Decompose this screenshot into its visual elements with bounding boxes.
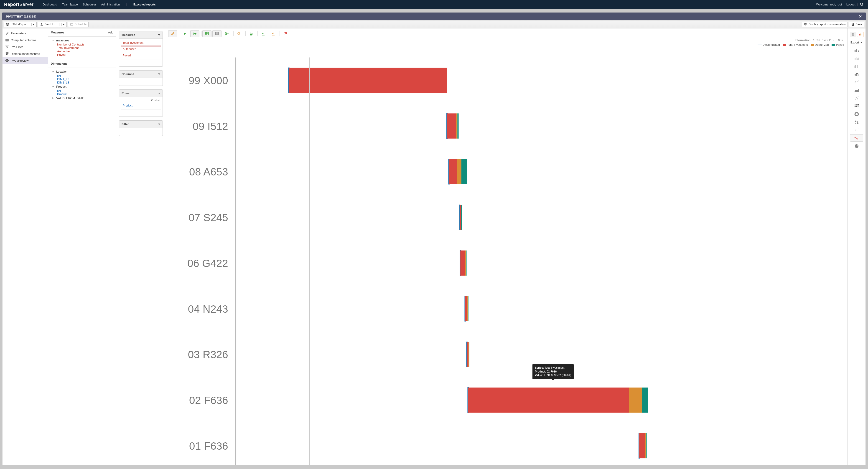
logout-link[interactable]: Logout bbox=[846, 3, 856, 6]
dim-product-product[interactable]: Product bbox=[57, 92, 67, 96]
nav-dimensions-measures[interactable]: Dimensions/Measures bbox=[2, 50, 48, 57]
svg-rect-98 bbox=[857, 59, 857, 60]
dim-location-l3[interactable]: DIM1_L3 bbox=[57, 81, 69, 84]
chip-product[interactable]: Product bbox=[121, 103, 161, 108]
chip-total-investment[interactable]: Total Investment bbox=[121, 40, 161, 45]
filter-dropzone[interactable]: Filter bbox=[119, 120, 163, 136]
zoom-tool[interactable] bbox=[235, 30, 244, 37]
measure-payed[interactable]: Payed bbox=[57, 53, 66, 56]
caret-down-icon bbox=[52, 86, 54, 87]
share-tool[interactable] bbox=[222, 30, 231, 37]
dim-valid-from-date[interactable]: VALID_FROM_DATE bbox=[52, 96, 114, 101]
nav-prefilter[interactable]: Pre-Filter bbox=[2, 43, 48, 50]
dim-location[interactable]: Location bbox=[52, 69, 114, 74]
chart-type-scatter-matrix[interactable] bbox=[850, 94, 863, 102]
measures-dropzone[interactable]: Measures Total Investment Authorized Pay… bbox=[119, 31, 163, 67]
svg-point-5 bbox=[6, 52, 7, 54]
table-view-toggle[interactable] bbox=[850, 32, 856, 37]
table-insert-tool[interactable] bbox=[203, 30, 212, 37]
chart-type-bar-vertical[interactable] bbox=[850, 46, 863, 54]
nav-computed-columns[interactable]: Computed columns bbox=[2, 37, 48, 43]
measure-number-of-contracts[interactable]: Number of Contracts bbox=[57, 43, 85, 46]
save-button[interactable]: Save bbox=[849, 22, 864, 27]
chevron-down-icon[interactable]: ▾ bbox=[31, 23, 35, 26]
dim-product[interactable]: Product bbox=[52, 84, 114, 89]
svg-rect-14 bbox=[250, 32, 252, 33]
nav-scheduler[interactable]: Scheduler bbox=[83, 3, 96, 6]
svg-rect-32 bbox=[461, 205, 461, 230]
svg-rect-112 bbox=[854, 104, 856, 105]
search-icon[interactable] bbox=[860, 2, 864, 7]
download-multi-tool[interactable] bbox=[269, 30, 278, 37]
chart-type-heatmap[interactable] bbox=[850, 102, 863, 110]
caret-down-icon[interactable] bbox=[158, 93, 160, 94]
chart-type-bubble-group[interactable] bbox=[850, 118, 863, 126]
display-doc-button[interactable]: Display report documentation bbox=[802, 22, 848, 27]
caret-down-icon bbox=[860, 42, 863, 43]
caret-down-icon[interactable] bbox=[158, 124, 160, 125]
play-fast-tool[interactable] bbox=[190, 30, 199, 37]
svg-point-125 bbox=[857, 130, 857, 131]
svg-rect-46 bbox=[467, 342, 468, 367]
schedule-button: Schedule bbox=[68, 22, 89, 27]
caret-down-icon[interactable] bbox=[158, 34, 160, 36]
chart-type-scatter[interactable] bbox=[850, 126, 863, 133]
dim-location-all[interactable]: (All) bbox=[57, 74, 62, 77]
measure-total-investment[interactable]: Total Investment bbox=[57, 46, 79, 50]
chip-authorized[interactable]: Authorized bbox=[121, 46, 161, 52]
svg-rect-91 bbox=[860, 34, 860, 35]
svg-rect-96 bbox=[855, 58, 855, 60]
chart-type-line[interactable] bbox=[850, 79, 863, 86]
nav-administration[interactable]: Administration bbox=[101, 3, 120, 6]
download-tool[interactable] bbox=[258, 30, 268, 37]
chart-legend: Accumulated Total Investment Authorized … bbox=[168, 42, 844, 48]
nav-executed-reports[interactable]: Executed reports bbox=[133, 3, 156, 6]
nav-teamspace[interactable]: TeamSpace bbox=[62, 3, 78, 6]
chart-type-bar-vertical-small[interactable] bbox=[850, 55, 863, 62]
chart-type-bar-line[interactable] bbox=[850, 70, 863, 78]
chart-type-waterfall[interactable] bbox=[850, 134, 863, 142]
right-rail: Export bbox=[847, 28, 866, 465]
nav-parameters[interactable]: Parameters bbox=[2, 30, 48, 37]
center-panel: Measures Total Investment Authorized Pay… bbox=[116, 28, 847, 465]
print-tool[interactable] bbox=[247, 30, 256, 37]
chart-area: Information: 15:02 / 4 x 11 / 0.00s Accu… bbox=[167, 28, 847, 465]
refresh-tool[interactable] bbox=[281, 30, 290, 37]
send-to-button[interactable]: Send to ...| ▾ bbox=[38, 22, 67, 27]
chart-canvas[interactable]: 99 X00009 I51208 A65307 S24506 G42204 N2… bbox=[168, 48, 844, 465]
export-dropdown[interactable]: Export bbox=[847, 39, 866, 46]
svg-rect-41 bbox=[465, 296, 467, 321]
empty-slot[interactable] bbox=[121, 59, 161, 64]
measures-group[interactable]: measures bbox=[52, 38, 114, 43]
nav-dashboard[interactable]: Dashboard bbox=[42, 3, 57, 6]
play-tool[interactable] bbox=[180, 30, 189, 37]
measures-header: Measures Add bbox=[48, 28, 116, 37]
svg-text:07 S245: 07 S245 bbox=[188, 212, 228, 223]
svg-point-107 bbox=[855, 97, 856, 98]
edit-tool[interactable] bbox=[168, 30, 177, 37]
dim-location-l2[interactable]: DIM1_L2 bbox=[57, 77, 69, 81]
chart-type-area[interactable] bbox=[850, 87, 863, 94]
dim-product-all[interactable]: (All) bbox=[57, 89, 62, 92]
table-tool[interactable] bbox=[212, 30, 221, 37]
svg-rect-33 bbox=[461, 205, 462, 230]
chart-type-donut[interactable] bbox=[850, 111, 863, 118]
rows-dropzone[interactable]: Rows Product Product bbox=[119, 89, 163, 117]
columns-dropzone[interactable]: Columns bbox=[119, 70, 163, 86]
chart-type-pie[interactable] bbox=[850, 142, 863, 150]
measure-authorized[interactable]: Authorized bbox=[57, 50, 71, 53]
svg-rect-26 bbox=[449, 159, 457, 184]
chip-payed[interactable]: Payed bbox=[121, 53, 161, 58]
empty-slot[interactable] bbox=[121, 109, 161, 114]
html-export-button[interactable]: HTML-Export| ▾ bbox=[4, 22, 37, 27]
chart-view-toggle[interactable] bbox=[857, 32, 863, 37]
svg-point-109 bbox=[858, 96, 859, 97]
close-report-button[interactable]: ✕ bbox=[859, 14, 862, 19]
nav-pivot-preview[interactable]: Pivot/Preview bbox=[2, 57, 48, 64]
caret-down-icon[interactable] bbox=[158, 73, 160, 75]
chart-type-bar-multi[interactable] bbox=[850, 63, 863, 70]
svg-rect-56 bbox=[639, 433, 645, 458]
chevron-down-icon[interactable]: ▾ bbox=[61, 23, 65, 26]
save-icon bbox=[851, 23, 854, 26]
add-measure-button[interactable]: Add bbox=[108, 31, 113, 34]
